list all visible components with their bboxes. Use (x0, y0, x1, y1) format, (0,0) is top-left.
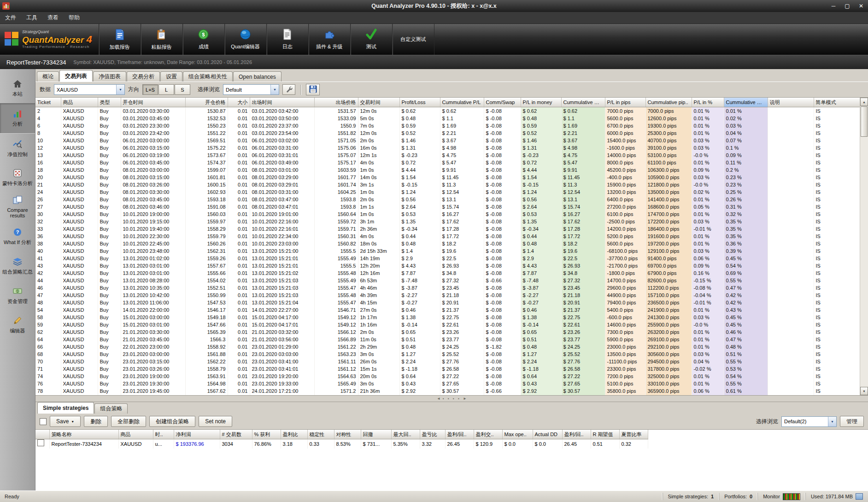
trade-row-76[interactable]: 76XAUUSDBuy23.01.2020 19:30:001564.980.0… (35, 380, 860, 387)
trade-row-66[interactable]: 66XAUUSDBuy22.01.2020 23:00:001558.920.0… (35, 343, 860, 350)
trade-row-41[interactable]: 41XAUUSDBuy13.01.2020 01:02:001559.260.0… (35, 255, 860, 262)
menu-item-3[interactable]: 帮助 (64, 12, 85, 23)
trade-row-68[interactable]: 68XAUUSDBuy23.01.2020 03:00:001561.880.0… (35, 350, 860, 358)
bottom-tab-portfolios[interactable]: 组合策略 (94, 403, 128, 414)
delete-all-button[interactable]: 全部删除 (111, 416, 146, 427)
tab-trade-analysis[interactable]: 交易分析 (127, 71, 160, 82)
column-header-ticket[interactable]: Ticket (35, 98, 61, 107)
bottom-tab-simple-strategies[interactable]: Simple strategies (37, 402, 94, 414)
sidebar-item-analysis[interactable]: 分析 (0, 103, 35, 134)
sidebar-item-money-management[interactable]: $资金管理 (0, 281, 35, 310)
sidebar-item-compare-results[interactable]: Compare results (0, 193, 35, 222)
trade-row-44[interactable]: 44XAUUSDBuy13.01.2020 08:28:001554.020.0… (35, 277, 860, 284)
strategy-column-17[interactable]: R 期望值 (591, 430, 619, 439)
strategy-column-1[interactable]: 商品 (118, 430, 153, 439)
custom-test-button[interactable]: 自定义测试 (393, 24, 434, 55)
column-header-profit-loss[interactable]: Profit/Loss (399, 98, 440, 107)
sidebar-item-home[interactable]: 本站 (0, 74, 35, 103)
column-header-cumulative-money[interactable]: Cummulative mo... (561, 98, 605, 107)
sidebar-item-monte-carlo[interactable]: 蒙特卡洛分析 (0, 163, 35, 193)
strategy-row[interactable]: ReportTester-7334234XAUUSDu...$ 193376.9… (35, 439, 648, 449)
tab-overview[interactable]: 概论 (37, 71, 59, 82)
trade-row-10[interactable]: 10XAUUSDBuy06.01.2020 03:00:001569.510.0… (35, 137, 860, 144)
column-header-size[interactable]: 大小 (228, 98, 250, 107)
strategy-column-5[interactable]: % 获利 (252, 430, 281, 439)
tab-portfolio-correlation[interactable]: 组合策略相关性 (183, 71, 233, 82)
column-header-close-price[interactable]: 出场价格 (314, 98, 358, 107)
trade-row-38[interactable]: 38XAUUSDBuy10.01.2020 22:45:001560.260.0… (35, 240, 860, 247)
strategy-column-10[interactable]: 最大回.. (391, 430, 420, 439)
column-header-pl-money[interactable]: P/L in money (521, 98, 561, 107)
sidebar-item-portfolio-summary[interactable]: 组合策略汇总 (0, 251, 35, 281)
trade-row-33[interactable]: 33XAUUSDBuy10.01.2020 19:40:001558.290.0… (35, 225, 860, 233)
column-header-pl-pips[interactable]: P/L in pips (605, 98, 645, 107)
trade-row-18[interactable]: 18XAUUSDBuy08.01.2020 03:00:001599.070.0… (35, 166, 860, 174)
trade-row-59[interactable]: 59XAUUSDBuy15.01.2020 03:01:001547.660.0… (35, 321, 860, 328)
test-button[interactable]: 测试 (351, 24, 393, 55)
column-header-pl-percent[interactable]: P/L in % (692, 98, 724, 107)
trade-row-13[interactable]: 13XAUUSDBuy06.01.2020 03:19:001573.670.0… (35, 152, 860, 159)
trade-row-78[interactable]: 78XAUUSDBuy23.01.2020 19:45:001567.620.0… (35, 387, 860, 395)
strategy-column-6[interactable]: 盈利比 (281, 430, 307, 439)
select-all-checkbox[interactable] (40, 418, 47, 425)
trade-row-47[interactable]: 47XAUUSDBuy13.01.2020 10:42:001550.990.0… (35, 292, 860, 299)
trade-row-4[interactable]: 4XAUUSDBuy03.01.2020 03:45:001532.530.01… (35, 115, 860, 122)
trade-row-70[interactable]: 70XAUUSDBuy23.01.2020 03:15:001562.220.0… (35, 358, 860, 365)
tab-equity-chart[interactable]: 净值图表 (93, 71, 126, 82)
strategy-column-12[interactable]: 盈利/回.. (445, 430, 474, 439)
column-header-open-price[interactable]: 开仓价格 (185, 98, 228, 107)
column-header-cumulative-pl[interactable]: Cummulative P/L (440, 98, 484, 107)
load-report-button[interactable]: 加载报告 (99, 24, 141, 55)
sidebar-item-what-if[interactable]: ?What If 分析 (0, 222, 35, 251)
manage-button[interactable]: 管理 (840, 416, 864, 427)
trade-row-26[interactable]: 26XAUUSDBuy08.01.2020 03:45:001593.180.0… (35, 196, 860, 203)
scrollbar-track[interactable] (860, 106, 868, 387)
trade-row-6[interactable]: 6XAUUSDBuy03.01.2020 23:30:001550.230.01… (35, 122, 860, 129)
minimize-button[interactable]: ─ (827, 1, 840, 11)
close-button[interactable]: ✕ (854, 1, 868, 11)
trade-row-74[interactable]: 74XAUUSDBuy23.01.2020 19:00:001563.910.0… (35, 373, 860, 380)
tab-settings[interactable]: 设置 (160, 71, 182, 82)
quant-editor-button[interactable]: Quant编辑器 (225, 24, 267, 55)
create-portfolio-button[interactable]: 创建组合策略 (149, 416, 195, 427)
scroll-up-button[interactable]: ▲ (860, 98, 868, 106)
strategy-column-8[interactable]: 对称性 (334, 430, 361, 439)
menu-item-1[interactable]: 工具 (21, 12, 42, 23)
maximize-button[interactable]: ▢ (840, 1, 854, 11)
results-button[interactable]: $成绩 (183, 24, 225, 55)
filter-settings-button[interactable] (282, 84, 295, 95)
trade-row-71[interactable]: 71XAUUSDBuy23.01.2020 03:26:001558.790.0… (35, 365, 860, 373)
splitter-left-arrow-icon[interactable]: ◄ (437, 397, 440, 401)
column-header-open-time[interactable]: 开仓时间 (121, 98, 185, 107)
strategy-column-14[interactable]: Max ope.. (502, 430, 533, 439)
column-header-note[interactable]: 说明 (768, 98, 814, 107)
strategy-column-9[interactable]: 回撤 (361, 430, 391, 439)
trade-row-40[interactable]: 40XAUUSDBuy10.01.2020 23:48:001562.310.0… (35, 247, 860, 255)
trade-row-12[interactable]: 12XAUUSDBuy06.01.2020 03:15:001575.220.0… (35, 144, 860, 152)
trade-row-30[interactable]: 30XAUUSDBuy10.01.2020 19:00:001560.030.0… (35, 210, 860, 218)
tab-trade-list[interactable]: 交易列表 (59, 70, 93, 82)
view-select[interactable]: Default ▼ (223, 84, 279, 95)
trade-row-54[interactable]: 54XAUUSDBuy14.01.2020 22:00:001546.170.0… (35, 306, 860, 314)
strategy-column-11[interactable]: 盈亏比 (420, 430, 445, 439)
bottom-view-select[interactable]: Default(2) ▼ (781, 416, 837, 427)
panel-splitter[interactable]: ◄ ▪ ▪ ▪ ▪ ► (35, 395, 868, 402)
column-header-comm-swap[interactable]: Comm/Swap (484, 98, 521, 107)
column-header-cumulative-percent[interactable]: Cummulative % .. (724, 98, 768, 107)
splitter-right-arrow-icon[interactable]: ► (463, 397, 467, 401)
save-report-button[interactable] (306, 84, 320, 95)
column-header-cumulative-pips[interactable]: Cummulative pip.. (645, 98, 692, 107)
vertical-scrollbar[interactable]: ▲ ▼ (860, 98, 868, 395)
trade-row-62[interactable]: 62XAUUSDBuy21.01.2020 03:30:001565.390.0… (35, 328, 860, 336)
trade-row-42[interactable]: 42XAUUSDBuy13.01.2020 03:01:001555.660.0… (35, 269, 860, 277)
column-header-close-time[interactable]: 出场时间 (250, 98, 314, 107)
trade-row-27[interactable]: 27XAUUSDBuy08.01.2020 03:46:001591.080.0… (35, 203, 860, 210)
trade-row-8[interactable]: 8XAUUSDBuy03.01.2020 23:42:001551.220.01… (35, 129, 860, 137)
strategy-column-15[interactable]: Actual DD (533, 430, 562, 439)
trade-row-58[interactable]: 58XAUUSDBuy15.01.2020 03:00:001549.180.0… (35, 314, 860, 321)
trade-row-48[interactable]: 48XAUUSDBuy13.01.2020 11:06:001547.530.0… (35, 299, 860, 306)
sidebar-item-editor[interactable]: 编辑器 (0, 310, 35, 340)
save-button[interactable]: Save▼ (50, 416, 81, 427)
direction-button-L[interactable]: L (158, 84, 174, 95)
trade-row-16[interactable]: 16XAUUSDBuy06.01.2020 03:45:001574.370.0… (35, 159, 860, 166)
